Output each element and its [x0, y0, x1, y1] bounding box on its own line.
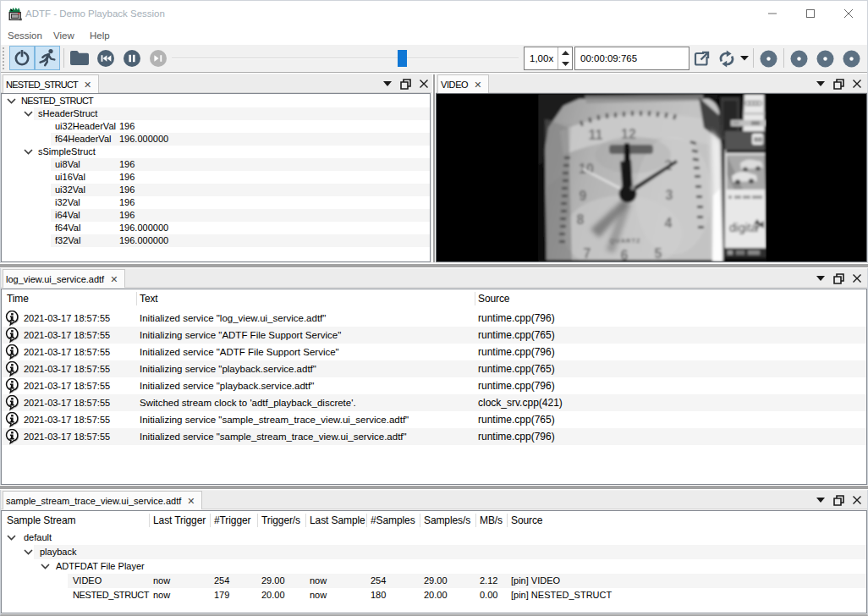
svg-text:9: 9 [580, 189, 587, 203]
svg-text:4: 4 [665, 216, 673, 230]
svg-text:6: 6 [621, 248, 629, 261]
svg-text:11: 11 [589, 128, 603, 142]
svg-text:88: 88 [754, 135, 762, 144]
svg-text:digita: digita [729, 221, 758, 234]
svg-text:3: 3 [666, 188, 673, 202]
svg-text:7: 7 [584, 246, 591, 261]
svg-text:5: 5 [655, 246, 662, 261]
svg-text:8: 8 [577, 212, 585, 227]
